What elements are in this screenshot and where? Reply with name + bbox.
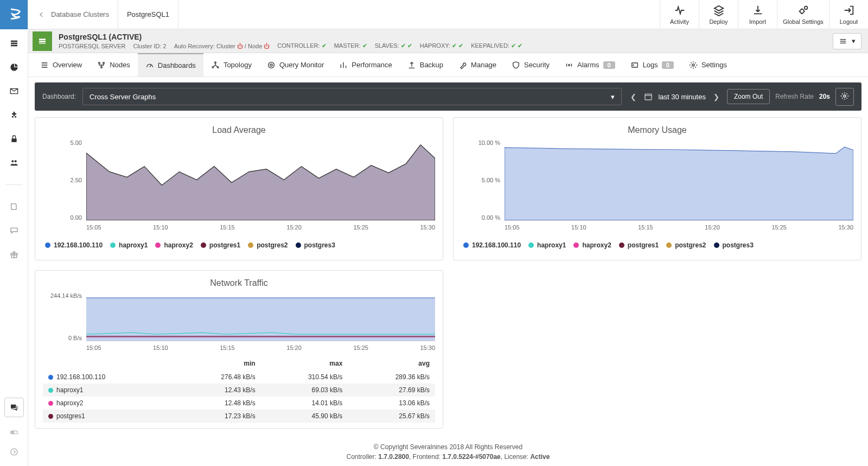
tab-backup[interactable]: Backup: [400, 53, 451, 76]
svg-rect-3: [11, 138, 16, 142]
svg-point-22: [215, 62, 216, 63]
legend-item[interactable]: haproxy2: [155, 241, 193, 249]
table-row[interactable]: 192.168.100.110276.48 kB/s310.54 kB/s289…: [43, 371, 435, 384]
chart-legend: 192.168.100.110haproxy1haproxy2postgres1…: [461, 236, 853, 254]
svg-point-9: [11, 431, 14, 433]
chart-legend: 192.168.100.110haproxy1haproxy2postgres1…: [43, 236, 435, 254]
legend-item[interactable]: haproxy1: [528, 241, 566, 249]
table-row[interactable]: haproxy212.48 kB/s14.01 kB/s13.06 kB/s: [43, 397, 435, 410]
chevron-left-icon: [37, 10, 46, 19]
layers-icon: [713, 4, 725, 16]
dashboard-settings-button[interactable]: [835, 88, 854, 106]
legend-item[interactable]: postgres3: [714, 241, 754, 249]
check-icon: ✔: [407, 42, 412, 49]
cluster-subtitle: POSTGRESQL SERVER: [59, 43, 125, 49]
tab-settings[interactable]: Settings: [681, 53, 735, 76]
check-icon: ✔: [452, 42, 457, 49]
mail-icon[interactable]: [10, 87, 18, 95]
import-button[interactable]: Import: [738, 0, 777, 29]
svg-point-29: [633, 65, 633, 65]
x-axis-labels: 15:0515:1015:1515:2015:2515:30: [86, 344, 435, 351]
tab-dashboards[interactable]: Dashboards: [138, 53, 203, 76]
chart-plot[interactable]: [86, 139, 435, 221]
x-axis-labels: 15:0515:1015:1515:2015:2515:30: [86, 224, 435, 231]
table-row[interactable]: postgres117.23 kB/s45.90 kB/s25.67 kB/s: [43, 410, 435, 423]
refresh-rate-label: Refresh Rate: [775, 93, 814, 100]
x-axis-labels: 15:0515:1015:1515:2015:2515:30: [505, 224, 853, 231]
zoom-out-button[interactable]: Zoom Out: [727, 89, 770, 104]
users-icon[interactable]: [10, 158, 18, 167]
gauge-icon: [145, 61, 154, 70]
range-prev[interactable]: ❮: [628, 93, 639, 101]
legend-item[interactable]: postgres1: [201, 241, 240, 249]
messages-icon[interactable]: [4, 398, 24, 417]
time-range[interactable]: last 30 minutes: [658, 93, 705, 101]
dashboard-select[interactable]: Cross Server Graphs ▾: [82, 88, 622, 105]
svg-rect-18: [840, 42, 846, 43]
deploy-button[interactable]: Deploy: [699, 0, 738, 29]
tab-query-monitor[interactable]: Query Monitor: [259, 53, 331, 76]
forward-icon[interactable]: [10, 448, 18, 456]
svg-point-4: [11, 160, 14, 162]
gift-icon[interactable]: [10, 250, 18, 259]
svg-point-11: [800, 9, 803, 13]
legend-item[interactable]: 192.168.100.110: [463, 241, 521, 249]
logo[interactable]: [0, 0, 28, 29]
docs-icon[interactable]: [10, 202, 18, 211]
svg-point-20: [103, 62, 105, 63]
y-axis-labels: 244.14 kB/s0 B/s: [43, 292, 86, 341]
chart-plot[interactable]: [505, 139, 853, 221]
logout-icon: [843, 4, 855, 16]
tab-alarms[interactable]: Alarms0: [557, 53, 623, 76]
cluster-name: PostgreSQL1 (ACTIVE): [59, 33, 522, 41]
tab-manage[interactable]: Manage: [451, 53, 504, 76]
power-icon: ⏻: [237, 43, 243, 49]
legend-item[interactable]: postgres2: [666, 241, 706, 249]
wrench-icon: [458, 61, 467, 69]
tab-nodes[interactable]: Nodes: [90, 53, 138, 76]
logout-button[interactable]: Logout: [829, 0, 868, 29]
panel-load-average: Load Average 5.002.500.00 15:0515:1015:1…: [35, 117, 443, 260]
logs-badge: 0: [662, 61, 674, 69]
toggle-icon[interactable]: [10, 428, 18, 437]
legend-item[interactable]: 192.168.100.110: [45, 241, 103, 249]
legend-item[interactable]: postgres1: [619, 241, 659, 249]
legend-item[interactable]: haproxy2: [573, 241, 611, 249]
check-icon: ✔: [362, 42, 367, 49]
svg-point-19: [99, 62, 100, 63]
range-next[interactable]: ❯: [711, 93, 722, 101]
lock-icon[interactable]: [10, 135, 18, 143]
svg-rect-2: [11, 45, 17, 47]
tab-overview[interactable]: Overview: [33, 53, 90, 76]
activity-button[interactable]: Activity: [660, 0, 699, 29]
tab-topology[interactable]: Topology: [203, 53, 259, 76]
chart-plot[interactable]: [86, 292, 435, 341]
chat-icon[interactable]: [10, 226, 18, 235]
plugin-icon[interactable]: [10, 111, 18, 119]
panel-title: Network Traffic: [43, 278, 435, 288]
caret-down-icon: ▾: [611, 93, 615, 101]
tab-logs[interactable]: Logs0: [623, 53, 681, 76]
power-icon: ⏻: [264, 43, 270, 49]
breadcrumb-back[interactable]: Database Clusters: [28, 0, 118, 29]
tab-security[interactable]: Security: [504, 53, 557, 76]
legend-item[interactable]: postgres2: [248, 241, 288, 249]
import-icon: [752, 4, 764, 16]
caret-down-icon: ▾: [852, 37, 856, 45]
panel-memory-usage: Memory Usage 10.00 %5.00 %0.00 % 15:0515…: [453, 117, 861, 260]
legend-item[interactable]: haproxy1: [110, 241, 148, 249]
drive-icon: [630, 61, 639, 69]
legend-item[interactable]: postgres3: [296, 241, 335, 249]
breadcrumb-back-label: Database Clusters: [51, 10, 109, 18]
svg-point-32: [844, 95, 846, 97]
tab-performance[interactable]: Performance: [331, 53, 399, 76]
check-icon: ✔: [401, 42, 406, 49]
svg-rect-0: [11, 41, 17, 42]
refresh-rate-value[interactable]: 20s: [819, 93, 830, 100]
chart-pie-icon[interactable]: [10, 63, 18, 72]
check-icon: ✔: [458, 42, 463, 49]
cluster-actions-menu[interactable]: ▾: [833, 33, 861, 49]
clusters-icon[interactable]: [10, 39, 18, 48]
global-settings-button[interactable]: Global Settings: [777, 0, 829, 29]
table-row[interactable]: haproxy112.43 kB/s69.03 kB/s27.69 kB/s: [43, 384, 435, 397]
